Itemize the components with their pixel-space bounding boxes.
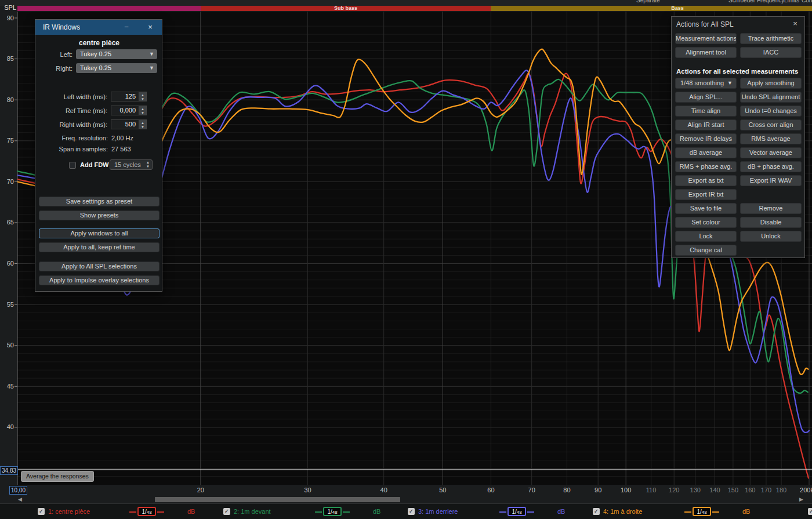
rms-average-button[interactable]: RMS average bbox=[740, 133, 802, 144]
right-width-input[interactable]: 500 bbox=[111, 119, 139, 129]
lock-button[interactable]: Lock bbox=[675, 231, 737, 242]
align-spl--button[interactable]: Align SPL... bbox=[675, 92, 737, 103]
trace-line-sample bbox=[527, 511, 534, 513]
undo-spl-alignment-button[interactable]: Undo SPL alignment bbox=[740, 92, 802, 103]
x-tick-180: 180 bbox=[776, 487, 786, 493]
scrollbar-thumb[interactable] bbox=[155, 497, 400, 502]
legend-entry-4: ✓4: 1m à droite1/48dB bbox=[593, 504, 784, 519]
menu-item-limits[interactable]: Limits bbox=[784, 0, 799, 3]
right-window-select[interactable]: Tukey 0.25 ▼ bbox=[76, 63, 157, 73]
chevron-down-icon: ▼ bbox=[149, 63, 154, 72]
menu-item-frequency[interactable]: Frequency bbox=[757, 0, 784, 3]
smoothing-badge[interactable]: 1/48 bbox=[507, 507, 526, 516]
add-fdw-checkbox[interactable] bbox=[69, 162, 76, 169]
fdw-cycles-spinner[interactable]: 15 cycles ▲▼ bbox=[110, 159, 153, 170]
time-align-button[interactable]: Time align bbox=[675, 106, 737, 117]
x-tick-160: 160 bbox=[745, 487, 755, 493]
span-samples-label: Span in samples: bbox=[35, 146, 108, 153]
x-cursor-value[interactable]: 10,00 bbox=[9, 486, 27, 495]
cross-corr-align-button[interactable]: Cross corr align bbox=[740, 119, 802, 130]
measurement-checkbox[interactable]: ✓ bbox=[38, 508, 45, 515]
freq-resolution-value: 2,00 Hz bbox=[111, 135, 133, 141]
align-ir-start-button[interactable]: Align IR start bbox=[675, 119, 737, 130]
ref-time-input[interactable]: 0,000 bbox=[111, 106, 139, 115]
spinner-arrows-icon[interactable]: ▲▼ bbox=[139, 119, 147, 129]
x-tick-50: 50 bbox=[439, 487, 446, 493]
trace-line-sample bbox=[157, 511, 164, 513]
set-colour-button[interactable]: Set colour bbox=[675, 217, 737, 228]
scroll-left-icon[interactable]: ◀ bbox=[18, 496, 22, 502]
remove-button[interactable]: Remove bbox=[740, 203, 802, 214]
change-cal-button[interactable]: Change cal bbox=[675, 245, 737, 256]
db-phase-avg--button[interactable]: dB + phase avg. bbox=[740, 161, 802, 172]
minimize-icon[interactable]: − bbox=[122, 23, 131, 32]
export-ir-wav-button[interactable]: Export IR WAV bbox=[740, 175, 802, 186]
x-tick-70: 70 bbox=[528, 487, 535, 493]
measurement-checkbox[interactable]: ✓ bbox=[223, 508, 230, 515]
right-window-value: Tukey 0.25 bbox=[80, 64, 111, 71]
actions-for-all-spl-panel: Actions for All SPL × Actions for all se… bbox=[671, 16, 805, 258]
iacc-button[interactable]: IACC bbox=[740, 47, 802, 58]
menu-item-separate[interactable]: Separate bbox=[636, 0, 660, 3]
menu-item-controls[interactable]: Controls bbox=[802, 0, 812, 3]
smoothing-badge[interactable]: 1/48 bbox=[693, 507, 711, 516]
save-settings-as-preset-button[interactable]: Save settings as preset bbox=[39, 197, 160, 206]
smoothing-badge[interactable]: 1/48 bbox=[137, 507, 156, 516]
measurement-checkbox-partial[interactable]: ✓ bbox=[808, 508, 812, 515]
export-as-txt-button[interactable]: Export as txt bbox=[675, 175, 737, 186]
vector-average-button[interactable]: Vector average bbox=[740, 147, 802, 158]
unlock-button[interactable]: Unlock bbox=[740, 231, 802, 242]
dialog-titlebar[interactable]: IR Windows − × bbox=[35, 20, 162, 35]
legend-entry-3: ✓3: 1m derriere1/48dB bbox=[408, 504, 599, 519]
band-bass[interactable]: Bass bbox=[491, 6, 812, 11]
apply-to-impulse-overlay-selections-button[interactable]: Apply to Impulse overlay selections bbox=[39, 275, 160, 285]
y-tick-70: 70 bbox=[0, 178, 14, 185]
left-window-select[interactable]: Tukey 0.25 ▼ bbox=[76, 49, 157, 59]
legend-entry-1: ✓1: centre pièce1/48dB bbox=[38, 504, 229, 519]
close-icon[interactable]: × bbox=[146, 23, 155, 32]
export-ir-txt-button[interactable]: Export IR txt bbox=[675, 189, 737, 200]
measurement-label: 3: 1m derriere bbox=[418, 508, 458, 515]
save-to-file-button[interactable]: Save to file bbox=[675, 203, 737, 214]
apply-to-all-spl-selections-button[interactable]: Apply to All SPL selections bbox=[39, 262, 160, 271]
spinner-arrows-icon[interactable]: ▲▼ bbox=[139, 106, 147, 115]
1-48-smoothing-dropdown[interactable]: 1/48 smoothing▼ bbox=[675, 78, 737, 89]
y-tick-90: 90 bbox=[0, 14, 14, 21]
measurement-checkbox[interactable]: ✓ bbox=[408, 508, 415, 515]
trace-arithmetic-button[interactable]: Trace arithmetic bbox=[740, 33, 802, 44]
x-tick-80: 80 bbox=[563, 487, 570, 493]
unit-label: dB bbox=[187, 508, 195, 515]
y-tick-85: 85 bbox=[0, 55, 14, 62]
trace-line-sample bbox=[129, 511, 136, 513]
x-tick-130: 130 bbox=[690, 487, 701, 493]
apply-to-all-keep-ref-time-button[interactable]: Apply to all, keep ref time bbox=[39, 242, 160, 252]
x-tick-100: 100 bbox=[621, 487, 631, 493]
band-low[interactable] bbox=[17, 6, 201, 11]
measurement-actions-button[interactable]: Measurement actions bbox=[675, 33, 737, 44]
close-icon[interactable]: × bbox=[791, 19, 800, 28]
y-cursor-value[interactable]: 34,83 bbox=[0, 466, 18, 475]
measurement-label: 2: 1m devant bbox=[234, 508, 271, 515]
panel-title: Actions for All SPL bbox=[676, 20, 734, 28]
smoothing-badge[interactable]: 1/48 bbox=[323, 507, 342, 516]
apply-smoothing-button[interactable]: Apply smoothing bbox=[740, 78, 802, 89]
y-tick-55: 55 bbox=[0, 301, 14, 308]
right-width-label: Right width (ms): bbox=[35, 121, 107, 128]
x-tick-40: 40 bbox=[380, 487, 387, 493]
show-presets-button[interactable]: Show presets bbox=[39, 210, 160, 220]
remove-ir-delays-button[interactable]: Remove IR delays bbox=[675, 133, 737, 144]
disable-button[interactable]: Disable bbox=[740, 217, 802, 228]
alignment-tool-button[interactable]: Alignment tool bbox=[675, 47, 737, 58]
menu-item-schroeder[interactable]: Schroeder bbox=[728, 0, 755, 3]
rms-phase-avg--button[interactable]: RMS + phase avg. bbox=[675, 161, 737, 172]
scroll-right-icon[interactable]: ▶ bbox=[799, 496, 803, 502]
band-sub-bass[interactable]: Sub bass bbox=[201, 6, 491, 11]
spinner-arrows-icon[interactable]: ▲▼ bbox=[139, 92, 147, 101]
left-width-input[interactable]: 125 bbox=[111, 92, 139, 101]
db-average-button[interactable]: dB average bbox=[675, 147, 737, 158]
measurement-name: centre pièce bbox=[35, 39, 163, 47]
measurement-checkbox[interactable]: ✓ bbox=[593, 508, 600, 515]
undo-t-0-changes-button[interactable]: Undo t=0 changes bbox=[740, 106, 802, 117]
span-samples-value: 27 563 bbox=[111, 146, 131, 153]
apply-windows-to-all-button[interactable]: Apply windows to all bbox=[39, 228, 160, 238]
